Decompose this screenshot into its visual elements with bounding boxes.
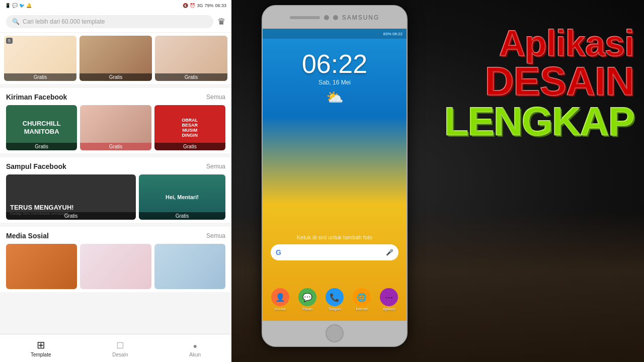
kiriman-gratis-3: Gratis bbox=[154, 143, 225, 150]
twitter-icon: 🐦 bbox=[19, 3, 25, 8]
section-semua-media[interactable]: Semua bbox=[206, 232, 225, 239]
phone-status-icon: 📱 bbox=[5, 3, 11, 8]
section-kiriman-facebook: Kiriman Facebook Semua CHURCHILLMANITOBA… bbox=[0, 88, 231, 153]
media-card-3[interactable] bbox=[154, 244, 225, 289]
nav-template[interactable]: ⊞ Template bbox=[31, 339, 51, 357]
app-telepon[interactable]: 📞 Telepon bbox=[326, 288, 344, 311]
media-templates-row bbox=[6, 244, 225, 289]
media-card-2[interactable] bbox=[80, 244, 151, 289]
contacts-icon: 👤 bbox=[271, 288, 289, 306]
mute-icon: 🔇 bbox=[183, 3, 188, 8]
sampul-gratis-2: Gratis bbox=[139, 212, 225, 220]
sampul-card-1[interactable]: TERUS MENGAYUH! Kadap Siru membawa seman… bbox=[6, 174, 136, 220]
section-title-media: Media Sosial bbox=[6, 232, 49, 240]
top-templates-row: 5 Gratis Gratis Gratis bbox=[0, 33, 231, 84]
nav-desain[interactable]: □ Desain bbox=[112, 339, 128, 357]
telepon-label: Telepon bbox=[329, 307, 341, 311]
notification-icon: 🔔 bbox=[26, 3, 32, 8]
kiriman-gratis-1: Gratis bbox=[6, 143, 77, 150]
app-kontak[interactable]: 👤 Kontak bbox=[271, 288, 289, 311]
desain-text: DESAIN bbox=[485, 61, 634, 102]
samsung-camera bbox=[324, 15, 329, 20]
kiriman-templates-row: CHURCHILLMANITOBA Gratis Gratis OBRALBES… bbox=[6, 105, 225, 150]
bottom-nav: ⊞ Template □ Desain ● Akun bbox=[0, 334, 231, 362]
screen-hint: Ketuk di sini untuk tambah foto bbox=[263, 234, 407, 240]
phone-panel: 📱 💬 🐦 🔔 🔇 ⏰ 3G 79% 06:33 🔍 Cari lebih da… bbox=[0, 0, 231, 362]
samsung-speaker bbox=[290, 16, 320, 19]
search-bar-area: 🔍 Cari lebih dari 60.000 template ♛ bbox=[0, 11, 231, 33]
app-pesan[interactable]: 💬 Pesan bbox=[298, 288, 316, 311]
time-label: 06:33 bbox=[215, 3, 226, 8]
screen-status-text: 83% 06:22 bbox=[383, 32, 403, 36]
apps-icon: ⋯ bbox=[380, 288, 398, 306]
sampul-gratis-1: Gratis bbox=[6, 212, 136, 220]
screen-status-bar: 83% 06:22 bbox=[263, 29, 407, 39]
aplikasi-text: Aplikasi bbox=[499, 25, 634, 61]
text-overlay: Aplikasi DESAIN LENGKAP bbox=[444, 25, 634, 142]
section-header-sampul: Sampul Facebook Semua bbox=[6, 162, 225, 170]
search-placeholder: Cari lebih dari 60.000 template bbox=[23, 18, 105, 25]
app-aplikasi[interactable]: ⋯ Aplikasi bbox=[380, 288, 398, 311]
phone-icon: 📞 bbox=[326, 288, 344, 306]
section-sampul-facebook: Sampul Facebook Semua TERUS MENGAYUH! Ka… bbox=[0, 157, 231, 223]
screen-date: Sab, 16 Mei bbox=[263, 79, 407, 86]
screen-search-bar[interactable]: G 🎤 bbox=[271, 244, 398, 260]
screen-time-big: 06:22 bbox=[263, 49, 407, 79]
screen-apps: 👤 Kontak 💬 Pesan 📞 Telepon 🌐 Internet ⋯ bbox=[263, 288, 407, 311]
kiriman-card-1[interactable]: CHURCHILLMANITOBA Gratis bbox=[6, 105, 77, 150]
signal-label: 3G bbox=[197, 3, 203, 8]
sampul-big-text: TERUS MENGAYUH! bbox=[10, 204, 132, 211]
section-semua-kiriman[interactable]: Semua bbox=[206, 94, 225, 101]
messages-icon: 💬 bbox=[298, 288, 316, 306]
nav-akun-label: Akun bbox=[189, 352, 201, 357]
akun-nav-icon: ● bbox=[193, 339, 197, 351]
weather-icon: ⛅ bbox=[326, 89, 344, 106]
status-icons-right: 🔇 ⏰ 3G 79% 06:33 bbox=[183, 3, 226, 8]
media-card-1[interactable] bbox=[6, 244, 77, 289]
samsung-bottom bbox=[263, 321, 407, 346]
template-thumb-1[interactable]: 5 Gratis bbox=[4, 36, 76, 81]
gratis-badge-2: Gratis bbox=[79, 73, 152, 81]
section-media-sosial: Media Sosial Semua bbox=[0, 227, 231, 292]
section-title-sampul: Sampul Facebook bbox=[6, 162, 66, 170]
gratis-badge-3: Gratis bbox=[155, 73, 227, 81]
nav-akun[interactable]: ● Akun bbox=[189, 339, 201, 357]
template-thumb-3[interactable]: Gratis bbox=[155, 36, 227, 81]
search-input-box[interactable]: 🔍 Cari lebih dari 60.000 template bbox=[6, 15, 213, 28]
pesan-label: Pesan bbox=[302, 307, 312, 311]
crown-icon[interactable]: ♛ bbox=[217, 16, 225, 27]
internet-icon: 🌐 bbox=[353, 288, 371, 306]
search-icon: 🔍 bbox=[12, 18, 20, 25]
whatsapp-icon: 💬 bbox=[12, 3, 18, 8]
lengkap-text: LENGKAP bbox=[444, 102, 634, 142]
aplikasi-label: Aplikasi bbox=[383, 307, 395, 311]
section-semua-sampul[interactable]: Semua bbox=[206, 163, 225, 170]
samsung-top: SAMSUNG bbox=[263, 6, 407, 29]
kiriman-card-3[interactable]: OBRALBESARMUSIMDINGIN Gratis bbox=[154, 105, 225, 150]
kontak-label: Kontak bbox=[275, 307, 286, 311]
internet-label: Internet bbox=[356, 307, 368, 311]
desain-nav-icon: □ bbox=[117, 339, 123, 351]
number-badge: 5 bbox=[6, 38, 13, 44]
scroll-content[interactable]: 5 Gratis Gratis Gratis Kiriman Facebook … bbox=[0, 33, 231, 362]
sampul-card-2[interactable]: Hei, Mentari! Gratis bbox=[139, 174, 225, 220]
samsung-screen: 83% 06:22 06:22 Sab, 16 Mei ⛅ Ketuk di s… bbox=[263, 29, 407, 321]
template-nav-icon: ⊞ bbox=[37, 339, 45, 351]
samsung-logo: SAMSUNG bbox=[342, 14, 380, 21]
alarm-icon: ⏰ bbox=[190, 3, 195, 8]
home-button[interactable] bbox=[326, 324, 344, 342]
kiriman-card-2[interactable]: Gratis bbox=[80, 105, 151, 150]
section-header-media: Media Sosial Semua bbox=[6, 232, 225, 240]
sampul-text-2: Hei, Mentari! bbox=[166, 194, 199, 200]
section-header-kiriman: Kiriman Facebook Semua bbox=[6, 93, 225, 101]
nav-template-label: Template bbox=[31, 352, 51, 357]
template-thumb-2[interactable]: Gratis bbox=[79, 36, 152, 81]
battery-label: 79% bbox=[204, 3, 213, 8]
google-logo: G bbox=[276, 248, 281, 256]
gratis-badge-1: Gratis bbox=[4, 73, 76, 81]
samsung-camera-2 bbox=[333, 15, 338, 20]
samsung-phone: SAMSUNG 83% 06:22 06:22 Sab, 16 Mei ⛅ Ke… bbox=[262, 5, 408, 347]
app-internet[interactable]: 🌐 Internet bbox=[353, 288, 371, 311]
right-panel: SAMSUNG 83% 06:22 06:22 Sab, 16 Mei ⛅ Ke… bbox=[231, 0, 644, 362]
section-title-kiriman: Kiriman Facebook bbox=[6, 93, 67, 101]
